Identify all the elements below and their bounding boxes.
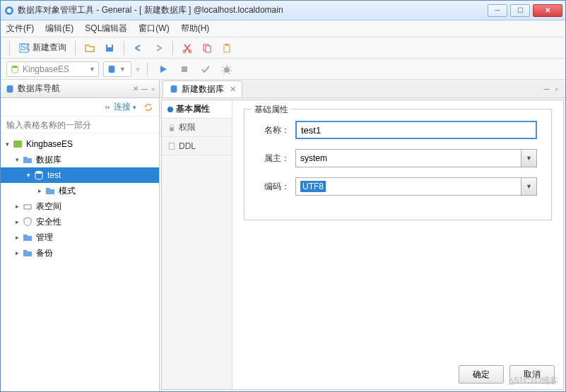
- chevron-down-icon[interactable]: ▼: [521, 150, 536, 167]
- cancel-button[interactable]: 取消: [509, 365, 555, 384]
- db-icon: [107, 64, 117, 74]
- folder-icon: [22, 154, 33, 165]
- undo-icon[interactable]: [130, 41, 147, 55]
- link-icon: [103, 103, 112, 112]
- open-icon[interactable]: [81, 41, 98, 55]
- tablespace-icon: [22, 201, 33, 212]
- bullet-icon: [167, 107, 173, 112]
- navigator-tab[interactable]: 数据库导航 ✕ ─ ▫: [1, 80, 159, 98]
- editor-panel: 新建数据库 ✕ ─ ▫ 基本属性 权限 DDL 基础属性: [160, 80, 565, 391]
- tree-node-test[interactable]: ▾test: [1, 167, 159, 183]
- owner-select[interactable]: system ▼: [295, 149, 537, 167]
- database-icon: [169, 84, 179, 94]
- cut-icon[interactable]: [179, 41, 196, 55]
- new-query-button[interactable]: SQL 新建查询: [16, 40, 69, 55]
- folder-icon: [22, 232, 33, 243]
- owner-value: system: [300, 153, 327, 163]
- copy-icon[interactable]: [199, 41, 216, 55]
- chevron-down-icon[interactable]: ▼: [521, 178, 536, 195]
- chevron-down-icon: ▼: [89, 66, 95, 73]
- sidebar-item-ddl[interactable]: DDL: [162, 137, 232, 155]
- svg-point-1: [7, 8, 11, 13]
- minimize-editor-icon[interactable]: ─: [543, 84, 550, 94]
- save-icon[interactable]: [101, 41, 118, 55]
- sidebar-item-permissions[interactable]: 权限: [162, 119, 232, 137]
- connection-toolbar: KingbaseES ▼ ▼ ▾: [1, 59, 565, 80]
- sidebar-item-basic[interactable]: 基本属性: [162, 100, 232, 119]
- svg-rect-21: [170, 127, 174, 131]
- svg-rect-5: [107, 44, 112, 47]
- svg-rect-19: [24, 205, 31, 209]
- tab-close-icon[interactable]: ✕: [230, 85, 236, 94]
- tree-node-tablespaces[interactable]: ▸表空间: [1, 198, 159, 214]
- menu-edit[interactable]: 编辑(E): [45, 23, 73, 35]
- db-tree: ▾KingbaseES ▾数据库 ▾test ▸模式 ▸表空间 ▸安全性 ▸管理…: [1, 133, 159, 391]
- name-input[interactable]: [295, 121, 537, 139]
- app-icon: [4, 5, 15, 16]
- navigator-title: 数据库导航: [18, 83, 130, 95]
- ok-button[interactable]: 确定: [459, 365, 504, 384]
- titlebar: 数据库对象管理工具 - General - [ 新建数据库 ] @localho…: [1, 1, 565, 20]
- svg-rect-9: [206, 46, 211, 52]
- svg-point-12: [12, 65, 18, 68]
- maximize-button[interactable]: ☐: [510, 4, 530, 17]
- tree-node-security[interactable]: ▸安全性: [1, 214, 159, 230]
- commit-icon[interactable]: [197, 62, 214, 76]
- main-toolbar: SQL 新建查询: [1, 37, 565, 59]
- database-icon: [33, 170, 45, 181]
- menu-sql[interactable]: SQL编辑器: [85, 23, 127, 35]
- tree-node-connection[interactable]: ▾KingbaseES: [1, 136, 159, 152]
- chevron-down-icon: ▼: [119, 66, 126, 73]
- svg-rect-22: [169, 143, 175, 149]
- connection-name: KingbaseES: [23, 64, 86, 74]
- database-combo[interactable]: ▼: [103, 61, 131, 77]
- navigator-panel: 数据库导航 ✕ ─ ▫ 连接 ▾ ▾KingbaseES ▾数据库 ▾te: [1, 80, 160, 391]
- minimize-button[interactable]: ─: [488, 4, 507, 17]
- svg-point-18: [35, 171, 42, 174]
- svg-rect-14: [182, 66, 187, 72]
- tree-node-schema[interactable]: ▸模式: [1, 183, 159, 198]
- connection-icon: [12, 138, 23, 150]
- menubar: 文件(F) 编辑(E) SQL编辑器 窗口(W) 帮助(H): [1, 20, 565, 37]
- encoding-select[interactable]: UTF8 ▼: [295, 177, 537, 196]
- label-encoding: 编码：: [259, 181, 290, 193]
- execute-icon[interactable]: [155, 62, 172, 76]
- restore-editor-icon[interactable]: ▫: [555, 84, 558, 94]
- stop-icon[interactable]: [176, 62, 193, 76]
- close-button[interactable]: ✕: [533, 4, 562, 17]
- connection-combo[interactable]: KingbaseES ▼: [6, 61, 99, 77]
- menu-window[interactable]: 窗口(W): [138, 23, 169, 35]
- editor-tabbar: 新建数据库 ✕ ─ ▫: [160, 80, 565, 98]
- property-form: 基础属性 名称： 属主： system ▼: [232, 100, 563, 389]
- close-tab-icon[interactable]: ✕: [133, 85, 138, 93]
- database-icon: [10, 64, 20, 74]
- window-title: 数据库对象管理工具 - General - [ 新建数据库 ] @localho…: [18, 4, 488, 16]
- refresh-icon[interactable]: [143, 102, 153, 112]
- editor-tab-label: 新建数据库: [182, 83, 224, 95]
- minimize-panel-icon[interactable]: ─: [141, 84, 148, 94]
- connect-link[interactable]: 连接 ▾: [103, 101, 136, 113]
- encoding-value: UTF8: [300, 181, 326, 192]
- filter-input[interactable]: [1, 117, 159, 133]
- menu-file[interactable]: 文件(F): [6, 23, 34, 35]
- property-sidebar: 基本属性 权限 DDL: [162, 100, 232, 389]
- label-owner: 属主：: [259, 153, 290, 165]
- debug-icon[interactable]: [218, 62, 235, 76]
- menu-help[interactable]: 帮助(H): [181, 23, 210, 35]
- svg-rect-11: [225, 44, 228, 46]
- fieldset-title: 基础属性: [252, 104, 291, 116]
- folder-icon: [22, 247, 33, 259]
- paste-icon[interactable]: [218, 41, 235, 55]
- tree-node-backup[interactable]: ▸备份: [1, 245, 159, 261]
- lock-icon: [167, 124, 176, 132]
- label-name: 名称：: [259, 124, 290, 136]
- svg-text:SQL: SQL: [20, 42, 30, 52]
- view-menu-icon[interactable]: ▫: [152, 84, 155, 94]
- tree-node-databases[interactable]: ▾数据库: [1, 152, 159, 167]
- tree-node-management[interactable]: ▸管理: [1, 230, 159, 245]
- sql-icon: SQL: [18, 42, 30, 54]
- shield-icon: [22, 216, 33, 227]
- editor-tab-newdb[interactable]: 新建数据库 ✕: [163, 81, 242, 97]
- redo-icon[interactable]: [150, 41, 167, 55]
- folder-icon: [45, 185, 56, 196]
